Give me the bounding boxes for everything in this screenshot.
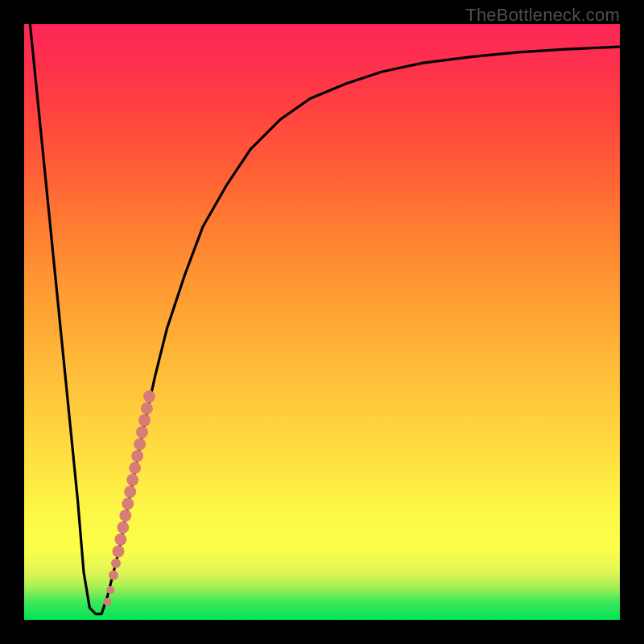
marker-dot xyxy=(104,598,112,606)
marker-dot xyxy=(136,426,148,438)
marker-dot xyxy=(141,402,153,415)
marker-dot xyxy=(122,497,134,510)
plot-area xyxy=(24,24,620,620)
marker-dot xyxy=(111,559,121,568)
marker-dot xyxy=(143,390,155,402)
watermark-text: TheBottleneck.com xyxy=(465,5,620,26)
chart-frame: TheBottleneck.com xyxy=(0,0,644,644)
marker-dot xyxy=(134,438,146,450)
marker-dot xyxy=(109,571,118,580)
marker-dot xyxy=(114,534,126,546)
marker-dot xyxy=(131,450,143,462)
marker-dots xyxy=(104,390,155,606)
marker-dot xyxy=(129,462,141,474)
marker-dot xyxy=(106,586,114,594)
marker-dot xyxy=(138,415,151,427)
marker-dot xyxy=(117,522,129,534)
marker-dot xyxy=(112,545,124,557)
marker-dot xyxy=(126,474,138,486)
marker-dot xyxy=(124,485,136,497)
chart-svg xyxy=(24,24,620,620)
marker-dot xyxy=(119,510,131,522)
